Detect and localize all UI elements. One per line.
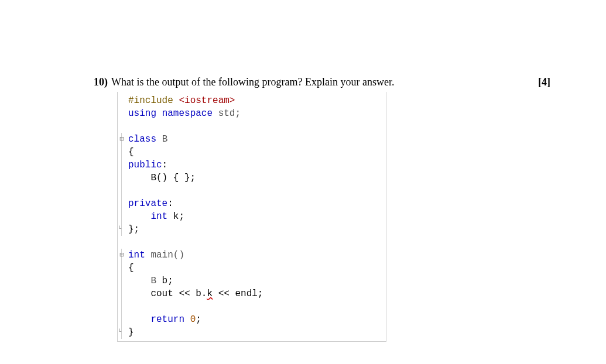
- fold-end-icon: └: [118, 326, 121, 339]
- preprocessor: #include: [128, 95, 173, 106]
- code-line: {: [118, 146, 386, 159]
- code-line: ⊟class B: [118, 133, 386, 146]
- question-left: 10) What is the output of the following …: [94, 76, 394, 88]
- code-line: B() { };: [118, 171, 386, 184]
- colon: :: [162, 160, 168, 170]
- var-decl-k: k;: [167, 211, 184, 222]
- class-block: ⊟class B { public: B() { }; private: int…: [118, 133, 386, 236]
- var-decl-b: b;: [156, 276, 173, 286]
- code-blank-line: [118, 300, 386, 313]
- class-name: B: [162, 134, 168, 145]
- keyword-int: int: [128, 250, 145, 260]
- main-name: main(): [145, 250, 184, 260]
- question-header: 10) What is the output of the following …: [94, 76, 550, 88]
- brace-open: {: [128, 147, 134, 157]
- fold-toggle-icon[interactable]: ⊟: [118, 249, 126, 262]
- code-line: {: [118, 262, 386, 274]
- brace-close: }: [128, 327, 134, 338]
- keyword-namespace: namespace: [162, 108, 213, 119]
- code-blank-line: [118, 184, 386, 197]
- keyword-public: public: [128, 160, 162, 170]
- type-b: B: [150, 276, 156, 286]
- main-block: ⊟int main() { B b; cout << b.k << endl; …: [118, 249, 386, 339]
- fold-end-icon: └: [118, 223, 121, 236]
- error-k: k: [207, 289, 213, 299]
- constructor: B() { };: [128, 173, 196, 183]
- cout-post: << endl;: [213, 289, 263, 299]
- keyword-return: return: [150, 314, 184, 325]
- brace-open: {: [128, 263, 134, 273]
- keyword-class: class: [128, 134, 156, 145]
- code-line: using namespace std;: [118, 107, 386, 120]
- include-lib: <iostream>: [179, 95, 235, 106]
- code-blank-line: [118, 236, 386, 249]
- code-line: #include <iostream>: [118, 94, 386, 107]
- code-blank-line: [118, 120, 386, 133]
- fold-toggle-icon[interactable]: ⊟: [118, 133, 126, 146]
- code-line: public:: [118, 159, 386, 171]
- code-line: └};: [118, 223, 386, 236]
- keyword-using: using: [128, 108, 156, 119]
- code-line: int k;: [118, 210, 386, 223]
- keyword-int: int: [150, 211, 167, 222]
- colon: :: [167, 198, 173, 209]
- cout-pre: cout << b.: [128, 289, 207, 299]
- code-line: return 0;: [118, 313, 386, 326]
- code-line: B b;: [118, 274, 386, 287]
- number-zero: 0: [190, 314, 196, 325]
- code-line: cout << b.k << endl;: [118, 287, 386, 300]
- code-box: #include <iostream> using namespace std;…: [117, 92, 386, 342]
- brace-close: };: [128, 224, 139, 235]
- code-line: ⊟int main(): [118, 249, 386, 262]
- keyword-private: private: [128, 198, 167, 209]
- semicolon: ;: [196, 314, 201, 325]
- question-text: What is the output of the following prog…: [111, 76, 394, 88]
- question-number: 10): [94, 76, 108, 88]
- code-line: └}: [118, 326, 386, 339]
- question-marks: [4]: [538, 76, 550, 88]
- code-line: private:: [118, 197, 386, 210]
- identifier-std: std;: [218, 108, 241, 119]
- question-page: 10) What is the output of the following …: [94, 76, 550, 342]
